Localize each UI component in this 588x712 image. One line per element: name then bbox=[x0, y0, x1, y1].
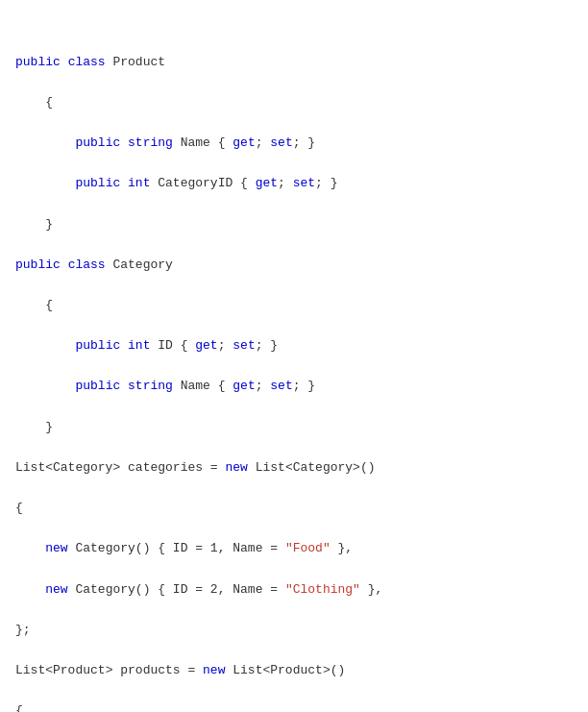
line-10: } bbox=[15, 417, 573, 437]
line-6: public class Category bbox=[15, 255, 573, 275]
line-17: { bbox=[15, 700, 573, 712]
line-1: public class Product bbox=[15, 52, 573, 72]
line-15: }; bbox=[15, 620, 573, 640]
line-8: public int ID { get; set; } bbox=[15, 335, 573, 356]
line-13: new Category() { ID = 1, Name = "Food" }… bbox=[15, 538, 573, 558]
line-3: public string Name { get; set; } bbox=[15, 133, 573, 153]
line-7: { bbox=[15, 295, 573, 315]
line-16: List<Product> products = new List<Produc… bbox=[15, 660, 573, 680]
line-4: public int CategoryID { get; set; } bbox=[15, 173, 573, 193]
line-12: { bbox=[15, 498, 573, 518]
line-9: public string Name { get; set; } bbox=[15, 376, 573, 396]
line-5: } bbox=[15, 214, 573, 234]
line-11: List<Category> categories = new List<Cat… bbox=[15, 457, 573, 478]
code-container: public class Product { public string Nam… bbox=[15, 12, 573, 712]
line-2: { bbox=[15, 92, 573, 112]
line-14: new Category() { ID = 2, Name = "Clothin… bbox=[15, 579, 573, 600]
